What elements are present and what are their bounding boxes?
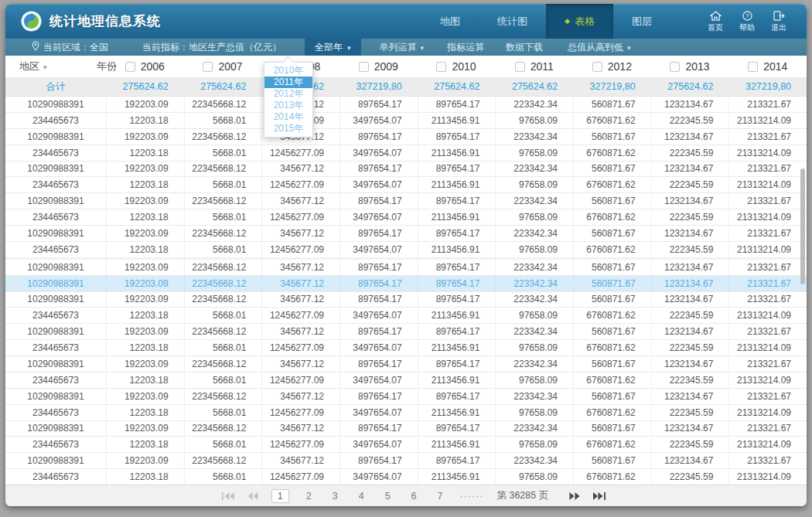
year-option[interactable]: 2014年	[264, 111, 312, 123]
year-option[interactable]: 2013年	[264, 100, 312, 111]
table-row[interactable]: 10290988391192203.0922345668.12345677.12…	[5, 257, 807, 275]
page-number[interactable]: 5	[381, 490, 394, 502]
page-number[interactable]: 2	[302, 490, 316, 502]
value-cell: 897654.17	[418, 324, 496, 339]
region-cell: 234465673	[5, 437, 106, 452]
table-row[interactable]: 23446567312203.185668.0112456277.0934976…	[5, 468, 807, 485]
year-option[interactable]: 2015年	[264, 123, 312, 134]
value-cell: 21313214.09	[728, 145, 807, 161]
vertical-scrollbar-thumb[interactable]	[800, 168, 805, 284]
value-cell: 213321.67	[728, 292, 807, 308]
table-row[interactable]: 10290988391192203.0922345668.12345677.12…	[5, 291, 807, 308]
year-checkbox[interactable]	[203, 62, 213, 72]
previous-page-button[interactable]	[247, 492, 258, 500]
table-row[interactable]: 23446567312203.185668.0112456277.0934976…	[5, 339, 807, 355]
page-number[interactable]: 7	[434, 490, 447, 502]
page-number[interactable]: 4	[355, 490, 368, 502]
data-download-button[interactable]: 数据下载	[506, 41, 543, 54]
page-number[interactable]: 3	[329, 490, 342, 502]
table-row[interactable]: 23446567312203.185668.0112456277.0934976…	[5, 176, 807, 192]
year-header-label: 2010	[452, 60, 476, 73]
year-filter-button[interactable]: 全部年 ▾	[305, 39, 361, 56]
table-row[interactable]: 23446567312203.185668.0112456277.0934976…	[5, 112, 807, 128]
value-cell: 223342.34	[495, 260, 573, 275]
table-row[interactable]: 10290988391192203.0922345668.12345677.12…	[5, 388, 807, 404]
value-cell: 192203.09	[106, 226, 184, 241]
table-row[interactable]: 23446567312203.185668.0112456277.0934976…	[5, 241, 807, 257]
diamond-icon: ◆	[565, 18, 570, 25]
year-checkbox[interactable]	[125, 62, 135, 72]
value-cell: 897654.17	[339, 276, 418, 291]
table-row[interactable]: 10290988391192203.0922345668.12345677.12…	[5, 225, 807, 241]
table-row[interactable]: 10290988391192203.0922345668.12345677.12…	[5, 355, 807, 372]
value-cell: 2113456.91	[418, 469, 496, 485]
value-cell: 222345.59	[651, 242, 729, 257]
year-checkbox[interactable]	[515, 62, 525, 72]
table-row[interactable]: 10290988391192203.0922345668.12345677.12…	[5, 323, 807, 339]
table-row[interactable]: 23446567312203.185668.0112456277.0934976…	[5, 307, 807, 323]
current-region: 当前区域：全国	[32, 41, 108, 54]
tab-table[interactable]: ◆ 表格	[546, 4, 613, 39]
table-header: 地区 ▾ 年份 2006 2007 2008 2009 2010 2011 20…	[5, 56, 807, 77]
table-row[interactable]: 10290988391192203.0922345668.12345677.12…	[5, 420, 807, 437]
last-page-button[interactable]	[593, 492, 606, 500]
logout-label: 退出	[771, 23, 786, 32]
value-cell: 97658.09	[495, 113, 573, 128]
value-cell: 2113456.91	[418, 340, 496, 355]
table-row[interactable]: 23446567312203.185668.0112456277.0934976…	[5, 145, 807, 161]
table-row[interactable]: 10290988391192203.0922345668.12345677.12…	[5, 452, 807, 468]
value-cell: 897654.17	[339, 421, 418, 437]
first-page-button[interactable]	[222, 492, 234, 500]
indicator-operation-button[interactable]: 指标运算	[447, 41, 484, 54]
value-cell: 897654.17	[339, 129, 418, 145]
table-row[interactable]: 10290988391192203.0922345668.12345677.12…	[5, 128, 807, 145]
home-button[interactable]: 首页	[703, 11, 728, 32]
year-checkbox[interactable]	[748, 62, 758, 72]
help-button[interactable]: ? 帮助	[735, 11, 759, 32]
value-cell: 897654.17	[339, 226, 418, 241]
table-row[interactable]: 10290988391192203.0922345668.12345677.12…	[5, 275, 807, 291]
next-page-button[interactable]	[569, 492, 580, 500]
table-row[interactable]: 10290988391192203.0922345668.12345677.12…	[5, 192, 807, 209]
page-number-current[interactable]: 1	[271, 489, 289, 503]
location-pin-icon	[32, 41, 39, 53]
sort-order-button[interactable]: 总值从高到低 ▾	[568, 41, 631, 54]
value-cell: 3497654.07	[339, 242, 418, 257]
value-cell: 223342.34	[495, 97, 573, 112]
value-cell: 560871.67	[573, 292, 651, 308]
total-value: 327219,80	[728, 81, 807, 92]
year-checkbox[interactable]	[359, 62, 369, 72]
value-cell: 192203.09	[106, 162, 184, 177]
year-header-label: 2012	[608, 60, 632, 73]
value-cell: 3497654.07	[339, 469, 418, 485]
logout-button[interactable]: 退出	[766, 11, 791, 32]
value-cell: 897654.17	[418, 421, 496, 437]
tab-layers[interactable]: 图层	[613, 4, 670, 39]
year-checkbox[interactable]	[436, 62, 446, 72]
value-cell: 213321.67	[728, 193, 807, 209]
table-row[interactable]: 23446567312203.185668.0112456277.0934976…	[5, 404, 807, 420]
table-row[interactable]: 23446567312203.185668.0112456277.0934976…	[5, 436, 807, 452]
year-checkbox[interactable]	[670, 62, 680, 72]
nav-tabs: 地图 统计图 ◆ 表格 图层	[421, 4, 670, 39]
table-row[interactable]: 10290988391192203.0922345668.12345677.12…	[5, 161, 807, 177]
value-cell: 223342.34	[495, 453, 573, 468]
region-cell: 10290988391	[5, 226, 106, 241]
tab-map[interactable]: 地图	[421, 4, 479, 39]
page-number[interactable]: 6	[408, 490, 421, 502]
table-row[interactable]: 23446567312203.185668.0112456277.0934976…	[5, 372, 807, 388]
value-cell: 5668.01	[184, 469, 262, 485]
year-option-selected[interactable]: 2011年	[264, 77, 312, 88]
value-cell: 897654.17	[418, 356, 496, 372]
region-column-header[interactable]: 地区 ▾	[5, 60, 106, 73]
value-cell: 22345668.12	[184, 162, 262, 177]
value-cell: 213321.67	[728, 276, 807, 291]
app-logo-icon	[21, 11, 42, 32]
table-row[interactable]: 10290988391192203.0922345668.12345677.12…	[5, 97, 807, 112]
chevron-down-icon: ▾	[347, 45, 351, 52]
table-row[interactable]: 23446567312203.185668.0112456277.0934976…	[5, 209, 807, 225]
tab-statistics-chart[interactable]: 统计图	[479, 4, 546, 39]
year-option[interactable]: 2012年	[264, 88, 312, 100]
column-operation-button[interactable]: 单列运算 ▾	[380, 41, 425, 54]
year-checkbox[interactable]	[592, 62, 602, 72]
